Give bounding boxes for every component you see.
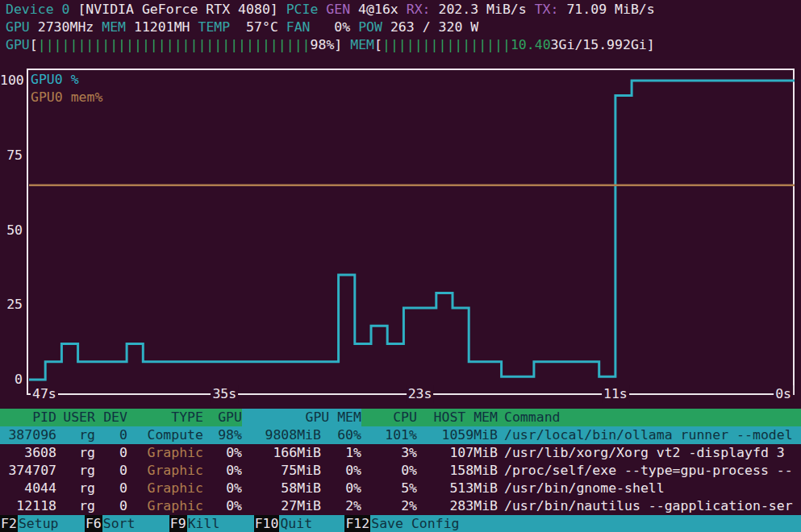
cell-cpu: 0%: [361, 462, 417, 480]
column-header-cpu[interactable]: CPU: [361, 409, 417, 426]
legend-gpu-mem-percent: GPU0 mem%: [31, 89, 102, 106]
column-header-hostmem[interactable]: HOST MEM: [417, 409, 498, 426]
cell-gpu_mem: 58MiB: [242, 480, 321, 497]
cell-mem_pct: 60%: [321, 426, 361, 444]
y-axis-tick-label: 75: [0, 147, 23, 164]
x-axis-tick-label: 0s: [774, 385, 793, 403]
cell-host_mem: 107MiB: [417, 444, 498, 462]
cell-type: Graphic: [127, 497, 203, 515]
table-row[interactable]: 4044rg0Graphic0%58MiB0%5%513MiB/usr/bin/…: [0, 480, 801, 497]
cell-gpu: 0%: [203, 480, 242, 497]
fkey-label-f6: F6: [85, 515, 102, 532]
fkey-label-f9: F9: [169, 515, 187, 532]
cell-command: /usr/lib/xorg/Xorg vt2 -displayfd 3: [504, 444, 801, 462]
sort-button[interactable]: Sort: [102, 515, 169, 532]
x-axis-tick-label: 23s: [407, 385, 434, 403]
cell-gpu: 0%: [203, 444, 242, 462]
cell-command: /usr/bin/gnome-shell: [504, 480, 801, 497]
cell-cpu: 2%: [361, 497, 417, 515]
x-axis-tick-label: 47s: [31, 385, 58, 403]
gpu-utilization-line: [29, 81, 795, 380]
cell-gpu_mem: 166MiB: [242, 444, 321, 462]
cell-user: rg: [56, 462, 95, 480]
cell-dev: 0: [95, 462, 127, 480]
y-axis-tick-label: 100: [0, 72, 23, 89]
setup-button[interactable]: Setup: [18, 515, 85, 532]
table-row[interactable]: 3608rg0Graphic0%166MiB1%3%107MiB/usr/lib…: [0, 444, 801, 462]
cell-cpu: 3%: [361, 444, 417, 462]
process-table-body: 387096rg0Compute98%9808MiB60%101%1059MiB…: [0, 426, 801, 515]
cell-mem_pct: 0%: [321, 480, 361, 497]
cell-gpu_mem: 27MiB: [242, 497, 321, 515]
cell-command: /usr/local/bin/ollama runner --model: [504, 426, 801, 444]
cell-cpu: 5%: [361, 480, 417, 497]
cell-pid: 12118: [6, 497, 56, 515]
cell-cpu: 101%: [361, 426, 417, 444]
fkey-label-f2: F2: [0, 515, 18, 532]
cell-host_mem: 513MiB: [417, 480, 498, 497]
process-table: PIDUSERDEVTYPEGPUGPU MEMCPUHOST MEMComma…: [0, 409, 801, 515]
cell-command: /usr/bin/nautilus --gapplication-ser: [504, 497, 801, 515]
cell-dev: 0: [95, 480, 127, 497]
cell-pid: 387096: [6, 426, 56, 444]
kill-button[interactable]: Kill: [187, 515, 254, 532]
x-axis-tick-label: 11s: [602, 385, 629, 403]
cell-user: rg: [56, 426, 95, 444]
cell-gpu_mem: 75MiB: [242, 462, 321, 480]
cell-dev: 0: [95, 497, 127, 515]
cell-type: Compute: [127, 426, 203, 444]
cell-host_mem: 283MiB: [417, 497, 498, 515]
function-key-bar: F2SetupF6SortF9KillF10QuitF12Save Config: [0, 515, 801, 532]
cell-user: rg: [56, 444, 95, 462]
cell-gpu: 0%: [203, 497, 242, 515]
cell-type: Graphic: [127, 444, 203, 462]
y-axis-tick-label: 0: [0, 371, 23, 389]
x-axis-tick-label: 35s: [211, 385, 238, 403]
quit-button[interactable]: Quit: [279, 515, 344, 532]
cell-mem_pct: 1%: [321, 444, 361, 462]
cell-gpu_mem: 9808MiB: [242, 426, 321, 444]
column-header-command[interactable]: Command: [504, 409, 801, 426]
save-config-button[interactable]: Save Config: [370, 515, 801, 532]
fkey-label-f10: F10: [254, 515, 280, 532]
y-axis-tick-label: 50: [0, 222, 23, 239]
table-row[interactable]: 374707rg0Graphic0%75MiB0%0%158MiB/proc/s…: [0, 462, 801, 480]
nvtop-terminal: Device 0 [NVIDIA GeForce RTX 4080] PCIe …: [0, 0, 801, 532]
table-row[interactable]: 12118rg0Graphic0%27MiB2%2%283MiB/usr/bin…: [0, 497, 801, 515]
fkey-label-f12: F12: [344, 515, 370, 532]
table-row[interactable]: 387096rg0Compute98%9808MiB60%101%1059MiB…: [0, 426, 801, 444]
cell-pid: 374707: [6, 462, 56, 480]
column-header-gpu[interactable]: GPU: [203, 409, 242, 426]
cell-gpu: 98%: [203, 426, 242, 444]
cell-dev: 0: [95, 426, 127, 444]
cell-mem_pct: 2%: [321, 497, 361, 515]
cell-host_mem: 1059MiB: [417, 426, 498, 444]
column-header-pid[interactable]: PID: [6, 409, 56, 426]
cell-mem_pct: 0%: [321, 462, 361, 480]
cell-pid: 3608: [6, 444, 56, 462]
cell-user: rg: [56, 480, 95, 497]
legend-gpu-percent: GPU0 %: [31, 71, 79, 89]
column-header-type[interactable]: TYPE: [127, 409, 203, 426]
process-table-header: PIDUSERDEVTYPEGPUGPU MEMCPUHOST MEMComma…: [0, 409, 801, 426]
cell-host_mem: 158MiB: [417, 462, 498, 480]
column-header-dev[interactable]: DEV: [95, 409, 127, 426]
cell-command: /proc/self/exe --type=gpu-process --: [504, 462, 801, 480]
column-header-user[interactable]: USER: [56, 409, 95, 426]
cell-type: Graphic: [127, 480, 203, 497]
cell-pid: 4044: [6, 480, 56, 497]
cell-type: Graphic: [127, 462, 203, 480]
cell-dev: 0: [95, 444, 127, 462]
column-header-gpumem[interactable]: GPU MEM: [242, 409, 361, 426]
cell-gpu: 0%: [203, 462, 242, 480]
y-axis-tick-label: 25: [0, 296, 23, 314]
cell-user: rg: [56, 497, 95, 515]
